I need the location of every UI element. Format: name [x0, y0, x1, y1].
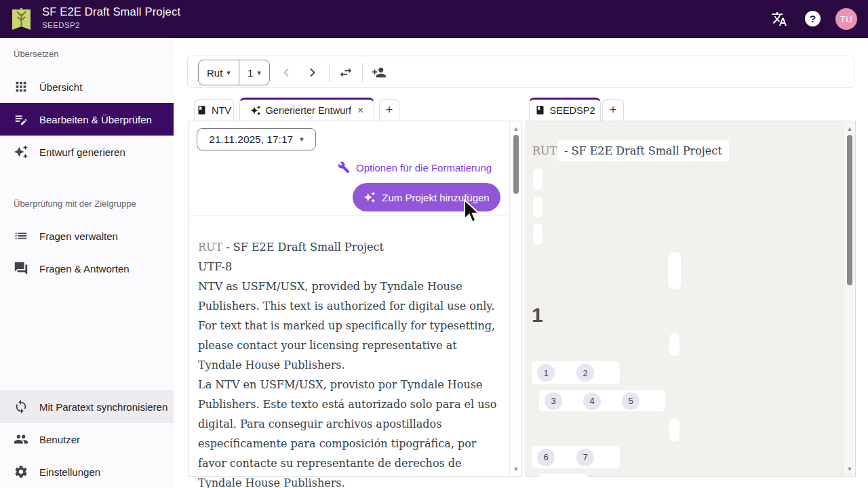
- plus-icon: +: [386, 103, 393, 117]
- empty-segment[interactable]: [668, 252, 681, 289]
- sidebar-item-manage-questions[interactable]: Fragen verwalten: [0, 220, 174, 252]
- edit-note-icon: [14, 112, 28, 127]
- scroll-down-icon[interactable]: ▼: [510, 466, 522, 472]
- sidebar-item-sync-paratext[interactable]: Mit Paratext synchronisieren: [0, 390, 174, 423]
- draft-date-select[interactable]: 21.11.2025, 17:17 ▾: [197, 128, 316, 150]
- pane-header-divider: [189, 216, 508, 216]
- verse-number-chip[interactable]: 1: [537, 364, 555, 382]
- sidebar-item-label: Benutzer: [39, 434, 80, 445]
- book-heading: RUT - SF E2E Draft Small Project: [198, 237, 500, 257]
- doc-paragraph: UTF-8: [198, 257, 500, 277]
- add-to-project-label: Zum Projekt hinzufügen: [382, 192, 489, 203]
- chevron-right-icon: [306, 66, 319, 79]
- project-short-name: SEEDSP2: [42, 21, 80, 29]
- chevron-down-icon: ▾: [226, 68, 231, 77]
- add-tab-button[interactable]: +: [602, 99, 624, 121]
- plus-icon: +: [610, 103, 617, 117]
- empty-segment[interactable]: [669, 333, 679, 356]
- sidebar-item-edit-review[interactable]: Bearbeiten & Überprüfen: [0, 103, 174, 136]
- avatar-initials: TU: [840, 14, 852, 24]
- share-add-user-button[interactable]: [366, 59, 393, 86]
- verse-segment-row[interactable]: 1 2: [532, 361, 620, 384]
- verse-segment-row[interactable]: 3 4 5: [539, 390, 665, 411]
- help-icon[interactable]: ?: [805, 11, 821, 26]
- chapter-select[interactable]: 1 ▾: [239, 60, 269, 85]
- chevron-left-icon: [279, 66, 293, 79]
- empty-segment[interactable]: [533, 224, 542, 245]
- tab-label: SEEDSP2: [550, 105, 595, 116]
- tab-label: NTV: [212, 105, 231, 116]
- close-icon[interactable]: ×: [357, 104, 363, 117]
- draft-date-value: 21.11.2025, 17:17: [209, 134, 293, 146]
- book-icon: [197, 105, 207, 115]
- scroll-up-icon[interactable]: ▲: [510, 125, 522, 132]
- doc-paragraph: La NTV en USFM/USX, provisto por Tyndale…: [198, 375, 500, 488]
- verse-segment-row-partial: [539, 474, 588, 477]
- verse-number-chip[interactable]: 6: [537, 449, 555, 466]
- right-pane-scrollbar[interactable]: ▲ ▼: [843, 121, 855, 476]
- chapter-number: 1: [532, 304, 543, 327]
- add-tab-button[interactable]: +: [379, 99, 399, 121]
- verse-segment-row[interactable]: 6 7: [532, 446, 620, 468]
- sparkles-icon: [250, 105, 261, 116]
- book-code: RUT: [532, 144, 557, 157]
- sidebar: Übersetzen Übersicht Bearbeiten & Überpr…: [0, 38, 174, 488]
- scrollbar-thumb[interactable]: [513, 135, 519, 194]
- sidebar-section-translate: Übersetzen: [14, 49, 58, 59]
- doc-paragraph: NTV as USFM/USX, provided by Tyndale Hou…: [198, 277, 500, 375]
- verse-number-chip[interactable]: 5: [622, 392, 639, 410]
- empty-segment[interactable]: [533, 169, 542, 190]
- grid-icon: [14, 79, 28, 94]
- editor-toolbar: Rut ▾ 1 ▾: [187, 56, 854, 88]
- book-code: RUT: [198, 241, 222, 253]
- book-heading-segment[interactable]: - SF E2E Draft Small Project: [557, 140, 729, 161]
- tab-generated-draft[interactable]: Generierter Entwurf ×: [239, 98, 374, 121]
- sidebar-item-label: Entwurf generieren: [39, 146, 125, 158]
- empty-segment[interactable]: [533, 197, 542, 218]
- sidebar-item-label: Einstellungen: [39, 466, 100, 478]
- book-select[interactable]: Rut ▾: [199, 60, 239, 85]
- sidebar-section-community-review: Überprüfung mit der Zielgruppe: [14, 199, 136, 209]
- sidebar-item-label: Bearbeiten & Überprüfen: [39, 114, 152, 125]
- chapter-select-value: 1: [248, 67, 253, 79]
- tab-label: Generierter Entwurf: [266, 105, 352, 116]
- empty-segment[interactable]: [669, 419, 679, 441]
- list-icon: [14, 228, 28, 243]
- toolbar-divider: [362, 63, 363, 82]
- sparkles-icon: [14, 144, 28, 159]
- previous-chapter-button[interactable]: [273, 59, 300, 86]
- scrollbar-thumb[interactable]: [847, 135, 852, 285]
- swap-horizontal-icon: [338, 65, 353, 80]
- book-heading-rest: - SF E2E Draft Small Project: [222, 241, 384, 253]
- verse-number-chip[interactable]: 3: [545, 392, 562, 410]
- translate-icon[interactable]: [771, 11, 787, 27]
- app-window: SF E2E Draft Small Project SEEDSP2 ? TU …: [0, 0, 868, 488]
- swap-panes-button[interactable]: [332, 59, 359, 86]
- sidebar-item-questions-answers[interactable]: Fragen & Antworten: [0, 252, 174, 285]
- toolbar-divider: [329, 63, 330, 82]
- add-to-project-button[interactable]: Zum Projekt hinzufügen: [353, 183, 500, 211]
- sidebar-item-overview[interactable]: Übersicht: [0, 70, 174, 103]
- tab-ntv[interactable]: NTV: [194, 99, 234, 121]
- project-editor-pane[interactable]: [526, 121, 856, 477]
- forum-icon: [14, 261, 28, 276]
- next-chapter-button[interactable]: [299, 59, 326, 86]
- sync-icon: [14, 399, 28, 414]
- verse-number-chip[interactable]: 2: [576, 364, 594, 382]
- sparkles-icon: [363, 191, 376, 203]
- verse-number-chip[interactable]: 4: [583, 392, 601, 410]
- chevron-down-icon: ▾: [257, 68, 261, 77]
- verse-number-chip[interactable]: 7: [576, 449, 594, 466]
- sidebar-item-label: Mit Paratext synchronisieren: [39, 401, 167, 413]
- formatting-options-link[interactable]: Optionen für die Formatierung: [338, 161, 492, 174]
- people-icon: [14, 432, 28, 447]
- scroll-down-icon[interactable]: ▼: [844, 466, 856, 472]
- avatar[interactable]: TU: [835, 8, 857, 30]
- left-pane-scrollbar[interactable]: ▲ ▼: [509, 121, 521, 476]
- scroll-up-icon[interactable]: ▲: [844, 125, 856, 132]
- sidebar-item-label: Übersicht: [39, 81, 82, 93]
- sidebar-item-generate-draft[interactable]: Entwurf generieren: [0, 136, 174, 168]
- sidebar-item-users[interactable]: Benutzer: [0, 423, 174, 455]
- sidebar-item-settings[interactable]: Einstellungen: [0, 455, 174, 488]
- tab-seedsp2[interactable]: SEEDSP2: [529, 98, 601, 121]
